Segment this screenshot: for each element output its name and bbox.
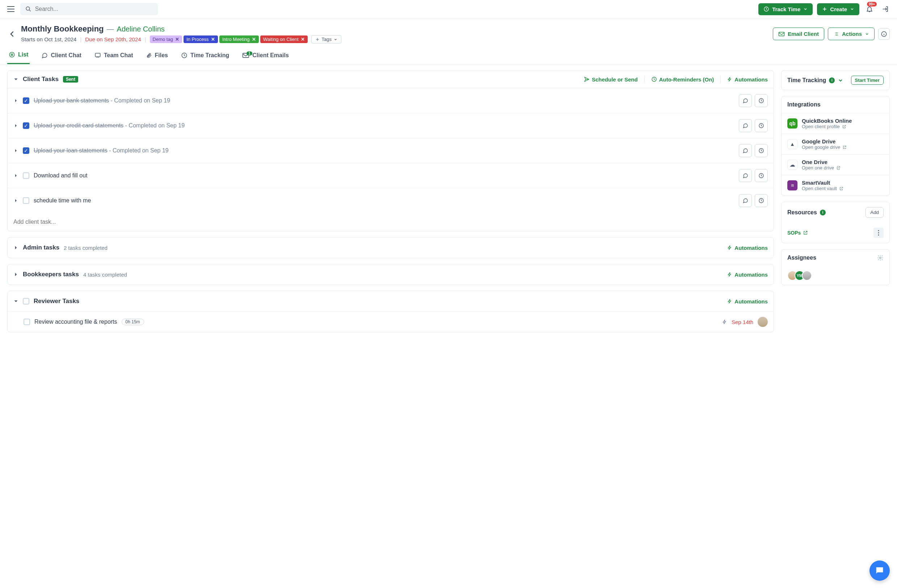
- expand-icon[interactable]: [14, 173, 18, 178]
- schedule-send-button[interactable]: Schedule or Send: [584, 77, 638, 83]
- integration-name: QuickBooks Online: [802, 118, 883, 124]
- checkbox[interactable]: [23, 198, 29, 204]
- bookkeeper-tasks-card: Bookkeepers tasks 4 tasks completed Auto…: [7, 264, 774, 285]
- tab-client-emails[interactable]: 1 Client Emails: [241, 49, 290, 64]
- comment-button[interactable]: [739, 144, 752, 157]
- paperclip-icon: [146, 52, 152, 59]
- expand-icon[interactable]: [14, 272, 18, 277]
- expand-icon[interactable]: [14, 149, 18, 153]
- add-task-row[interactable]: [8, 213, 773, 231]
- tag[interactable]: Waiting on Client✕: [260, 35, 308, 43]
- expand-icon[interactable]: [14, 124, 18, 128]
- tab-time-tracking[interactable]: Time Tracking: [179, 49, 231, 64]
- remove-tag-icon[interactable]: ✕: [252, 37, 256, 42]
- automations-button[interactable]: Automations: [727, 271, 768, 278]
- resources-card: Resources i Add SOPs: [781, 202, 890, 243]
- actions-button[interactable]: Actions: [828, 28, 874, 40]
- client-name[interactable]: Adeline Collins: [117, 25, 165, 33]
- automations-button[interactable]: Automations: [727, 245, 768, 251]
- bookkeeper-tasks-meta: 4 tasks completed: [83, 271, 127, 278]
- create-button[interactable]: Create: [817, 3, 859, 15]
- auto-reminders-button[interactable]: Auto-Reminders (On): [651, 77, 714, 83]
- search-input[interactable]: [35, 6, 153, 12]
- integrations-card: Integrations qbQuickBooks OnlineOpen cli…: [781, 96, 890, 196]
- avatar[interactable]: [802, 271, 812, 280]
- integration-row[interactable]: ▲Google DriveOpen google drive: [782, 133, 889, 154]
- sops-link[interactable]: SOPs: [787, 230, 808, 236]
- tab-client-chat[interactable]: Client Chat: [40, 49, 83, 64]
- more-icon[interactable]: [874, 228, 883, 238]
- task-row[interactable]: schedule time with me: [8, 188, 773, 213]
- comment-button[interactable]: [739, 169, 752, 182]
- comment-button[interactable]: [739, 94, 752, 107]
- integration-row[interactable]: ☁One DriveOpen one drive: [782, 154, 889, 175]
- integration-row[interactable]: qbQuickBooks OnlineOpen client profile: [782, 113, 889, 133]
- integration-icon: qb: [787, 118, 798, 129]
- tab-list[interactable]: List: [7, 49, 30, 64]
- integration-row[interactable]: ≡SmartVaultOpen client vault: [782, 175, 889, 196]
- task-row[interactable]: Review accounting file & reports 0h 15m …: [8, 311, 773, 332]
- tag[interactable]: Demo tag✕: [150, 35, 182, 43]
- time-button[interactable]: [755, 119, 768, 132]
- checkbox[interactable]: [23, 172, 29, 179]
- back-button[interactable]: [7, 29, 17, 39]
- info-button[interactable]: [878, 28, 890, 40]
- checkbox[interactable]: ✓: [23, 97, 29, 104]
- add-task-input[interactable]: [14, 219, 768, 225]
- info-icon[interactable]: i: [829, 78, 835, 83]
- menu-icon[interactable]: [6, 5, 16, 14]
- automations-button[interactable]: Automations: [727, 299, 768, 305]
- remove-tag-icon[interactable]: ✕: [175, 37, 179, 42]
- track-time-label: Track Time: [772, 6, 801, 12]
- chat-icon: [742, 173, 748, 179]
- task-row[interactable]: Download and fill out: [8, 163, 773, 188]
- expand-icon[interactable]: [14, 198, 18, 203]
- start-timer-button[interactable]: Start Timer: [851, 76, 883, 85]
- chat-icon: [95, 52, 101, 59]
- admin-tasks-card: Admin tasks 2 tasks completed Automation…: [7, 237, 774, 258]
- tag[interactable]: Intro Meeting✕: [219, 35, 259, 43]
- bolt-icon[interactable]: [722, 319, 727, 325]
- time-button[interactable]: [755, 169, 768, 182]
- tab-team-chat[interactable]: Team Chat: [93, 49, 135, 64]
- time-button[interactable]: [755, 94, 768, 107]
- task-row[interactable]: ✓Upload your bank statements - Completed…: [8, 88, 773, 113]
- automations-button[interactable]: Automations: [727, 77, 768, 83]
- email-client-button[interactable]: Email Client: [773, 28, 824, 40]
- admin-tasks-title: Admin tasks: [23, 244, 60, 251]
- tab-files[interactable]: Files: [145, 49, 169, 64]
- expand-icon[interactable]: [14, 98, 18, 103]
- checkbox[interactable]: ✓: [23, 147, 29, 154]
- add-resource-button[interactable]: Add: [865, 207, 883, 217]
- chat-icon: [742, 148, 748, 153]
- bookkeeper-tasks-title: Bookkeepers tasks: [23, 271, 79, 278]
- time-button[interactable]: [755, 144, 768, 157]
- bolt-icon: [727, 299, 732, 304]
- comment-button[interactable]: [739, 194, 752, 207]
- expand-icon[interactable]: [14, 245, 18, 250]
- comment-button[interactable]: [739, 119, 752, 132]
- notifications-button[interactable]: 99+: [864, 3, 875, 15]
- search-box[interactable]: [20, 3, 158, 15]
- remove-tag-icon[interactable]: ✕: [301, 37, 305, 42]
- collapse-icon[interactable]: [14, 77, 18, 82]
- plus-icon: [822, 6, 827, 12]
- info-icon[interactable]: i: [820, 210, 826, 216]
- checkbox[interactable]: ✓: [23, 122, 29, 129]
- collapse-icon[interactable]: [14, 299, 18, 304]
- add-tag-button[interactable]: Tags: [311, 35, 341, 43]
- time-button[interactable]: [755, 194, 768, 207]
- task-row[interactable]: ✓Upload your credit card statements - Co…: [8, 113, 773, 138]
- checkbox[interactable]: [23, 318, 30, 325]
- checkbox[interactable]: [23, 298, 29, 305]
- gear-icon[interactable]: [877, 254, 883, 261]
- client-tasks-card: Client Tasks Sent Schedule or Send Auto-…: [7, 70, 774, 231]
- remove-tag-icon[interactable]: ✕: [211, 37, 215, 42]
- tag[interactable]: In Process✕: [184, 35, 217, 43]
- track-time-button[interactable]: Track Time: [758, 3, 813, 15]
- chevron-down-icon[interactable]: [837, 78, 843, 83]
- exit-icon[interactable]: [880, 3, 891, 15]
- task-row[interactable]: ✓Upload your loan statements - Completed…: [8, 138, 773, 163]
- clock-icon: [758, 148, 764, 153]
- avatar[interactable]: [758, 317, 768, 327]
